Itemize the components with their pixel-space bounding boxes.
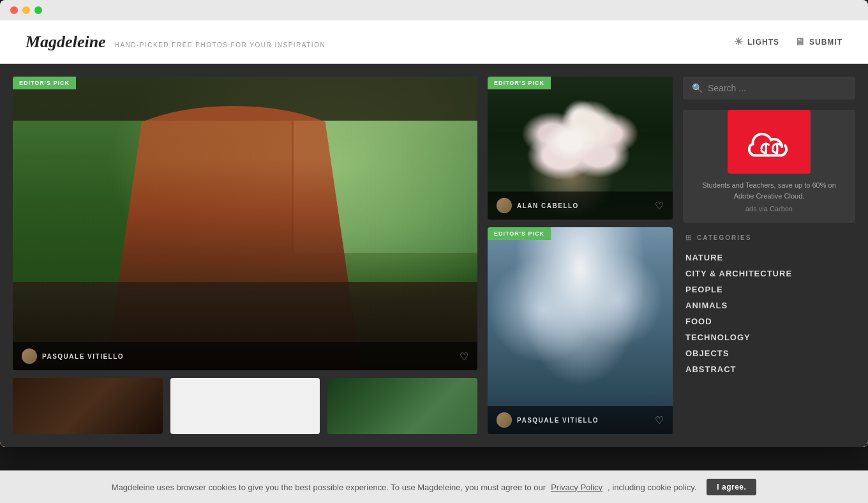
category-item-0[interactable]: NATURE [685,250,853,266]
categories-section: ⊞ CATEGORIES NATURECITY & ARCHITECTUREPE… [683,233,855,377]
flower-like-button[interactable]: ♡ [655,200,664,212]
flower-photo[interactable]: EDITOR'S PICK ALAN CABELLO ♡ [488,77,673,220]
search-icon: 🔍 [692,83,703,93]
thumb-photo-2[interactable] [170,378,320,434]
window-chrome [0,0,868,20]
featured-author-avatar [22,349,37,364]
lights-label: LIGHTS [747,38,779,47]
category-item-1[interactable]: CITY & ARCHITECTURE [685,266,853,282]
categories-list: NATURECITY & ARCHITECTUREPEOPLEANIMALSFO… [685,250,853,377]
close-button[interactable] [10,6,18,14]
featured-photo-image [13,77,477,370]
content-area: EDITOR'S PICK PASQUALE VITIE [0,64,868,447]
cookie-message: Magdeleine uses browser cookies to give … [112,483,546,492]
site-tagline: Hand-picked free photos for your inspira… [115,41,326,49]
editors-pick-badge-1: EDITOR'S PICK [13,77,76,89]
cookie-suffix: , including cookie policy. [608,483,696,492]
landscape-author-bar: PASQUALE VITIELLO ♡ [488,406,673,434]
flower-author-bar: ALAN CABELLO ♡ [488,191,673,220]
editors-pick-badge-2: EDITOR'S PICK [488,77,551,89]
flower-author-avatar [497,198,512,213]
adobe-logo-box [728,110,811,174]
categories-title: CATEGORIES [697,234,751,241]
categories-icon: ⊞ [685,233,692,242]
header-right: ☀ LIGHTS 🖥 SUBMIT [734,36,842,48]
landscape-photo-image [488,227,673,434]
category-item-5[interactable]: TECHNOLOGY [685,329,853,345]
category-item-2[interactable]: PEOPLE [685,282,853,297]
landscape-author-avatar [497,412,512,428]
thumb-photo-1[interactable] [13,378,163,434]
header-left: Magdeleine Hand-picked free photos for y… [26,33,326,52]
featured-photo[interactable]: EDITOR'S PICK PASQUALE VITIE [13,77,477,370]
flower-author-info: ALAN CABELLO [497,198,579,213]
adobe-cc-logo [744,123,795,161]
site-logo[interactable]: Magdeleine [26,33,106,52]
flower-author-name: ALAN CABELLO [517,202,579,209]
featured-like-button[interactable]: ♡ [460,350,468,363]
privacy-policy-link[interactable]: Privacy Policy [551,483,602,492]
right-column: EDITOR'S PICK ALAN CABELLO ♡ E [488,77,673,434]
categories-header: ⊞ CATEGORIES [685,233,853,242]
thumb-photo-3[interactable] [327,378,477,434]
ad-description: Students and Teachers, save up to 60% on… [683,174,855,202]
category-item-3[interactable]: ANIMALS [685,297,853,313]
search-box[interactable]: 🔍 [683,77,855,100]
main-grid: EDITOR'S PICK PASQUALE VITIE [13,77,477,434]
featured-author-bar: PASQUALE VITIELLO ♡ [13,342,477,370]
editors-pick-badge-3: EDITOR'S PICK [488,227,551,240]
category-item-6[interactable]: OBJECTS [685,345,853,361]
ad-via: ads via Carbon [683,202,855,215]
category-item-4[interactable]: FOOD [685,313,853,329]
thumbnail-row [13,378,477,434]
landscape-author-name: PASQUALE VITIELLO [517,417,599,424]
featured-author-info: PASQUALE VITIELLO [22,349,124,364]
app-container: Magdeleine Hand-picked free photos for y… [0,20,868,447]
maximize-button[interactable] [34,6,42,14]
category-item-7[interactable]: ABSTRACT [685,361,853,377]
landscape-author-info: PASQUALE VITIELLO [497,412,599,428]
lights-icon: ☀ [734,36,744,48]
app-window: Magdeleine Hand-picked free photos for y… [0,0,868,447]
submit-button[interactable]: 🖥 SUBMIT [795,36,842,48]
landscape-like-button[interactable]: ♡ [655,414,664,426]
featured-author-name: PASQUALE VITIELLO [42,353,124,360]
search-input[interactable] [708,83,846,93]
sidebar: 🔍 [683,77,855,434]
header: Magdeleine Hand-picked free photos for y… [0,20,868,64]
cookie-agree-button[interactable]: I agree. [707,479,756,495]
lights-button[interactable]: ☀ LIGHTS [734,36,779,48]
cookie-bar: Magdeleine uses browser cookies to give … [0,470,868,503]
submit-icon: 🖥 [795,36,805,48]
ad-banner[interactable]: Students and Teachers, save up to 60% on… [683,110,855,223]
submit-label: SUBMIT [809,38,842,47]
minimize-button[interactable] [22,6,30,14]
landscape-photo[interactable]: EDITOR'S PICK PASQUALE VITIELLO ♡ [488,227,673,434]
